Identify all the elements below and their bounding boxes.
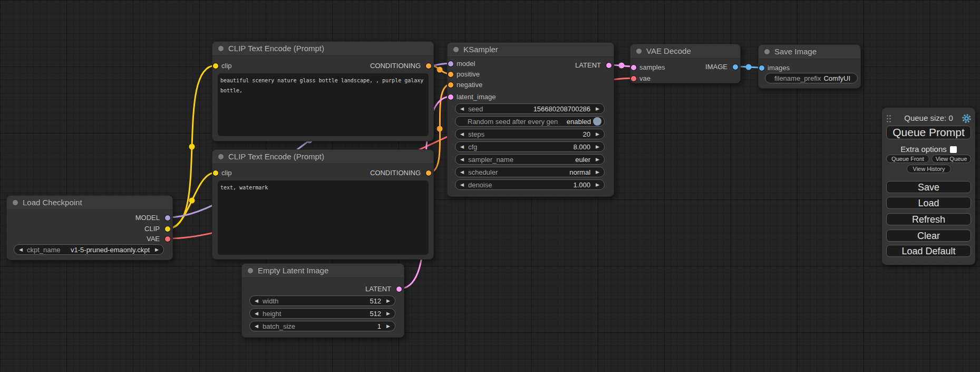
widget-name: Random seed after every gen [468,118,558,126]
collapse-dot-icon[interactable] [636,49,642,54]
node-title-bar[interactable]: KSampler [448,43,614,57]
decrement-arrow-icon[interactable]: ◀ [255,321,258,331]
collapse-dot-icon[interactable] [218,154,224,159]
extra-options-checkbox[interactable] [950,146,957,153]
decrement-arrow-icon[interactable]: ◀ [460,154,464,165]
increment-arrow-icon[interactable]: ▶ [386,308,390,319]
node-empty-latent-image[interactable]: Empty Latent Image LATENT ◀ width 512 ▶ … [241,263,404,338]
filename-prefix-widget[interactable]: filename_prefix ComfyUI [765,73,858,83]
input-label-images: images [768,64,790,72]
queue-prompt-button[interactable]: Queue Prompt [886,126,971,139]
model-output-port[interactable] [165,215,170,221]
decrement-arrow-icon[interactable]: ◀ [255,308,258,319]
batch-size-widget[interactable]: ◀ batch_size 1 ▶ [249,321,395,331]
positive-prompt-textarea[interactable]: beautiful scenery nature glass bottle la… [218,73,429,136]
node-clip-text-encode-negative[interactable]: CLIP Text Encode (Prompt) clip CONDITION… [212,149,434,260]
increment-arrow-icon[interactable]: ▶ [596,179,599,190]
collapse-dot-icon[interactable] [218,46,224,51]
positive-input-port[interactable] [448,72,453,77]
latent-output-port[interactable] [396,287,402,292]
node-title-bar[interactable]: Save Image [759,45,860,59]
collapse-dot-icon[interactable] [13,200,18,205]
increment-arrow-icon[interactable]: ▶ [155,244,159,255]
collapse-dot-icon[interactable] [764,49,770,54]
latent-output-port[interactable] [606,63,612,68]
conditioning-output-port[interactable] [426,170,431,176]
increment-arrow-icon[interactable]: ▶ [596,129,599,139]
link-midpoint-dot[interactable] [619,63,625,69]
node-title-bar[interactable]: VAE Decode [630,44,740,59]
ckpt-name-widget[interactable]: ◀ ckpt_name v1-5-pruned-emaonly.ckpt ▶ [14,244,164,255]
increment-arrow-icon[interactable]: ▶ [596,103,599,114]
node-load-checkpoint[interactable]: Load Checkpoint MODEL CLIP VAE ◀ ckpt_na… [6,195,173,260]
node-title: Save Image [774,47,817,56]
output-label-conditioning: CONDITIONING [370,169,421,177]
link-midpoint-dot[interactable] [746,64,752,70]
clip-input-port[interactable] [213,170,218,176]
load-default-button[interactable]: Load Default [886,245,971,257]
collapse-dot-icon[interactable] [248,268,253,273]
increment-arrow-icon[interactable]: ▶ [596,141,599,152]
view-queue-button[interactable]: View Queue [932,155,971,163]
output-label-model: MODEL [135,214,160,222]
decrement-arrow-icon[interactable]: ◀ [460,129,464,139]
clip-output-port[interactable] [165,226,170,232]
vae-output-port[interactable] [165,236,170,242]
clip-input-port[interactable] [213,63,218,69]
queue-front-button[interactable]: Queue Front [886,155,929,163]
load-button[interactable]: Load [886,197,971,209]
sampler-name-widget[interactable]: ◀ sampler_name euler ▶ [455,154,605,165]
latent-image-input-port[interactable] [448,94,453,100]
seed-widget[interactable]: ◀ seed 156680208700286 ▶ [455,103,605,114]
conditioning-output-port[interactable] [426,63,431,69]
node-title: VAE Decode [646,46,691,55]
negative-prompt-textarea[interactable]: text, watermark [218,180,429,255]
increment-arrow-icon[interactable]: ▶ [596,154,599,165]
node-clip-text-encode-positive[interactable]: CLIP Text Encode (Prompt) clip CONDITION… [212,41,434,141]
node-save-image[interactable]: Save Image images filename_prefix ComfyU… [758,44,861,89]
decrement-arrow-icon[interactable]: ◀ [460,179,464,190]
increment-arrow-icon[interactable]: ▶ [596,167,599,177]
samples-input-port[interactable] [631,65,636,70]
toggle-dot-icon[interactable] [593,117,601,126]
image-output-port[interactable] [733,64,738,70]
node-vae-decode[interactable]: VAE Decode samples vae IMAGE [630,44,741,83]
scheduler-widget[interactable]: ◀ scheduler normal ▶ [455,167,605,177]
denoise-widget[interactable]: ◀ denoise 1.000 ▶ [455,179,605,190]
node-ksampler[interactable]: KSampler model positive negative latent_… [447,42,614,197]
refresh-button[interactable]: Refresh [886,213,971,225]
view-history-button[interactable]: View History [907,165,951,173]
steps-widget[interactable]: ◀ steps 20 ▶ [455,129,605,139]
negative-input-port[interactable] [448,82,453,88]
decrement-arrow-icon[interactable]: ◀ [460,141,464,152]
increment-arrow-icon[interactable]: ▶ [386,295,390,306]
node-title-bar[interactable]: Empty Latent Image [242,264,404,278]
vae-input-port[interactable] [631,76,636,81]
widget-value: 20 [583,130,590,138]
link-midpoint-dot[interactable] [189,198,195,204]
images-input-port[interactable] [759,65,764,71]
link-midpoint-dot[interactable] [437,67,443,73]
decrement-arrow-icon[interactable]: ◀ [19,244,23,255]
link-midpoint-dot[interactable] [189,144,195,150]
node-title-bar[interactable]: CLIP Text Encode (Prompt) [212,42,433,56]
decrement-arrow-icon[interactable]: ◀ [460,167,464,177]
width-widget[interactable]: ◀ width 512 ▶ [249,295,395,306]
decrement-arrow-icon[interactable]: ◀ [460,103,464,114]
settings-gear-icon[interactable] [962,113,972,126]
decrement-arrow-icon[interactable]: ◀ [255,295,258,306]
increment-arrow-icon[interactable]: ▶ [386,321,390,331]
cfg-widget[interactable]: ◀ cfg 8.000 ▶ [455,141,605,152]
node-title-bar[interactable]: Load Checkpoint [7,196,172,210]
link-midpoint-dot[interactable] [437,126,443,132]
collapse-dot-icon[interactable] [453,47,459,52]
model-input-port[interactable] [448,61,453,66]
node-title-bar[interactable]: CLIP Text Encode (Prompt) [212,150,433,164]
clear-button[interactable]: Clear [886,230,971,242]
input-label-samples: samples [639,63,665,72]
output-label-latent: LATENT [365,285,391,293]
random-seed-toggle-widget[interactable]: Random seed after every gen enabled [455,116,605,127]
save-button[interactable]: Save [886,181,971,193]
height-widget[interactable]: ◀ height 512 ▶ [249,308,395,319]
input-label-clip: clip [221,62,232,70]
